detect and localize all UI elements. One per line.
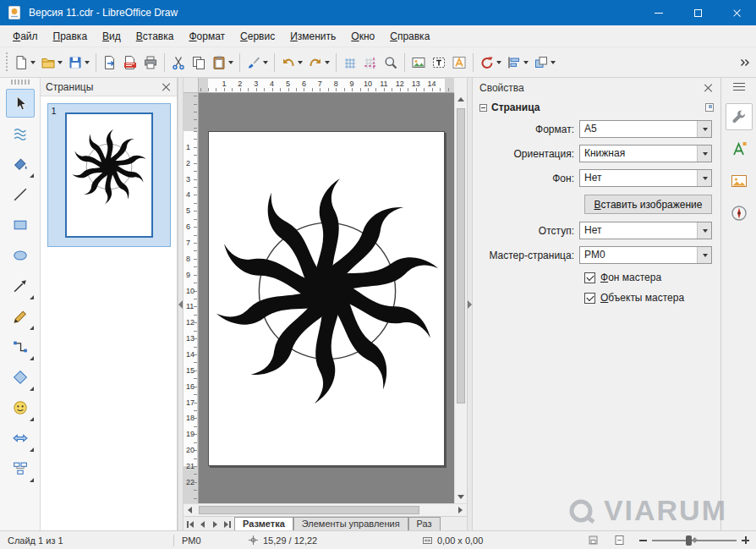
master-page-dropdown-button[interactable] [697, 247, 711, 263]
print-button[interactable] [140, 51, 161, 74]
save-button[interactable] [65, 51, 92, 74]
layer-tab-controls[interactable]: Элементы управления [293, 517, 408, 530]
bar-icon [187, 521, 189, 528]
horizontal-scroll-thumb[interactable] [199, 506, 419, 514]
select-tool[interactable] [6, 89, 35, 118]
sidebar-splitter[interactable] [467, 78, 473, 530]
undo-button[interactable] [278, 51, 305, 74]
menu-view[interactable]: Вид [95, 27, 129, 46]
flowchart-tool[interactable] [6, 454, 35, 483]
pages-panel-splitter[interactable] [178, 78, 184, 530]
minimize-button[interactable] [639, 0, 678, 25]
zoom-slider-thumb[interactable] [686, 535, 692, 546]
basic-shapes-tool[interactable] [6, 363, 35, 392]
horizontal-scrollbar[interactable] [184, 503, 467, 516]
menu-help[interactable]: Справка [382, 27, 437, 46]
copy-button[interactable] [189, 51, 209, 74]
rectangle-tool[interactable] [6, 211, 35, 239]
drawing-page[interactable] [208, 131, 445, 466]
pages-panel-close-button[interactable] [162, 82, 172, 92]
insert-text-box-button[interactable] [429, 51, 449, 74]
ellipse-tool[interactable] [6, 241, 35, 270]
close-button[interactable] [717, 0, 756, 25]
collapse-section-icon[interactable] [479, 104, 487, 112]
align-objects-button[interactable] [504, 51, 531, 74]
insert-image-sidebar-button[interactable]: Вставить изображение [584, 195, 712, 214]
display-grid-button[interactable] [340, 51, 360, 74]
menu-format[interactable]: Формат [181, 27, 233, 46]
previous-layer-button[interactable] [196, 518, 209, 530]
margin-select[interactable]: Нет [579, 222, 712, 239]
scroll-down-button[interactable] [455, 491, 467, 503]
zoom-out-button[interactable] [639, 540, 647, 541]
cut-button[interactable] [168, 51, 189, 74]
curves-and-polygons-tool[interactable] [6, 302, 35, 331]
orientation-dropdown-button[interactable] [697, 145, 711, 162]
orientation-select[interactable]: Книжная [579, 145, 712, 162]
layer-tab-dimension-lines[interactable]: Раз [408, 517, 441, 530]
zoom-button[interactable] [381, 51, 401, 74]
lines-and-arrows-tool[interactable] [6, 272, 35, 300]
insert-image-button[interactable] [408, 51, 429, 74]
block-arrows-tool[interactable] [6, 424, 35, 453]
layer-tab-layout[interactable]: Разметка [234, 517, 293, 530]
insert-line-tool[interactable] [6, 180, 35, 209]
vertical-scroll-thumb[interactable] [457, 108, 465, 404]
menu-tools[interactable]: Сервис [233, 27, 282, 46]
menu-modify[interactable]: Изменить [282, 27, 343, 46]
symbol-shapes-tool[interactable] [6, 393, 35, 422]
scroll-left-button[interactable] [184, 504, 196, 516]
export-pdf-button[interactable] [120, 51, 140, 74]
background-select[interactable]: Нет [579, 169, 712, 187]
format-select[interactable]: A5 [579, 120, 712, 138]
pages-panel-header: Страницы [41, 78, 177, 96]
master-objects-checkbox[interactable] [584, 293, 595, 304]
vertical-scrollbar[interactable] [454, 93, 467, 503]
zoom-fit-button[interactable] [606, 535, 633, 546]
fill-color-tool[interactable] [6, 150, 35, 178]
connectors-tool[interactable] [6, 332, 35, 361]
first-layer-button[interactable] [184, 518, 196, 530]
menu-insert[interactable]: Вставка [129, 27, 182, 46]
sidebar-tab-properties[interactable] [726, 103, 753, 130]
sidebar-tab-navigator[interactable] [726, 200, 753, 227]
more-options-icon[interactable] [705, 103, 714, 112]
format-label: Формат: [481, 124, 579, 135]
master-background-checkbox[interactable] [584, 272, 595, 283]
sidebar-menu-icon[interactable] [733, 83, 745, 91]
toolbar-overflow-button[interactable] [736, 51, 754, 74]
menu-edit[interactable]: Правка [46, 27, 96, 46]
redo-button[interactable] [305, 51, 332, 74]
page-thumbnail[interactable]: 1 [47, 103, 171, 247]
menu-file[interactable]: Файл [5, 27, 46, 46]
background-dropdown-button[interactable] [697, 170, 711, 186]
export-button[interactable] [100, 51, 120, 74]
transformations-button[interactable] [477, 51, 504, 74]
maximize-button[interactable] [678, 0, 717, 25]
clone-formatting-button[interactable] [244, 51, 271, 74]
octopus-drawing[interactable] [208, 164, 445, 418]
scroll-right-button[interactable] [454, 504, 467, 516]
zoom-slider[interactable] [652, 535, 737, 546]
menu-window[interactable]: Окно [343, 27, 382, 46]
format-dropdown-button[interactable] [697, 121, 711, 137]
zoom-in-button[interactable] [742, 536, 749, 544]
sidebar-tab-styles[interactable] [726, 135, 753, 162]
open-button[interactable] [38, 51, 65, 74]
properties-close-button[interactable] [704, 83, 714, 93]
sidebar-tab-gallery[interactable] [726, 167, 753, 195]
master-page-select[interactable]: PM0 [579, 246, 712, 264]
toolbar-grip[interactable] [4, 52, 8, 73]
arrange-button[interactable] [531, 51, 558, 74]
fontwork-button[interactable] [449, 51, 469, 74]
drawing-toolbar-grip[interactable] [11, 80, 30, 85]
next-layer-button[interactable] [209, 518, 222, 530]
workspace[interactable] [199, 93, 454, 503]
freeform-line-tool[interactable] [6, 119, 35, 148]
new-document-button[interactable] [11, 51, 38, 74]
scroll-up-button[interactable] [455, 93, 467, 106]
snap-guides-button[interactable] [360, 51, 381, 74]
margin-dropdown-button[interactable] [697, 222, 711, 239]
paste-button[interactable] [209, 51, 236, 74]
last-layer-button[interactable] [222, 518, 234, 530]
